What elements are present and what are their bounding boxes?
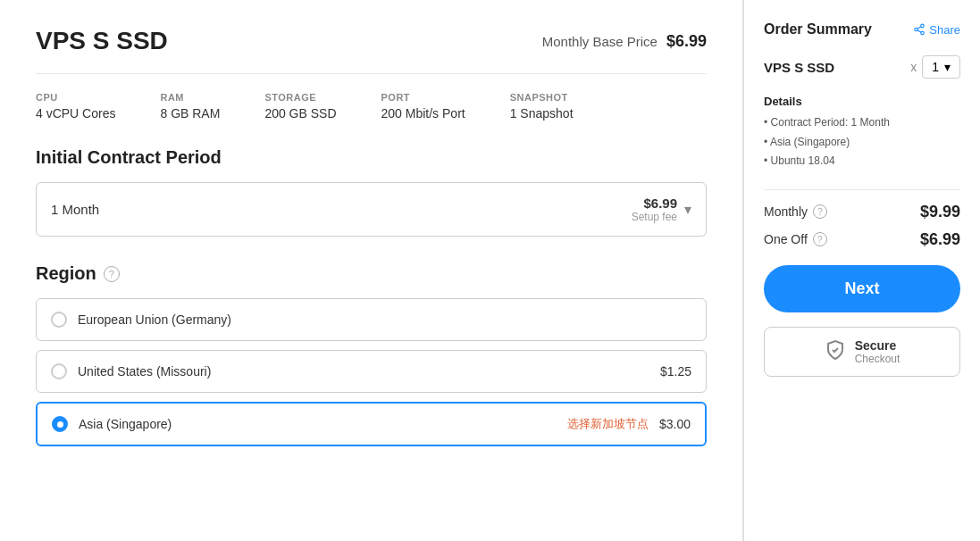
monthly-base-price: Monthly Base Price $6.99 — [542, 32, 707, 51]
radio-asia — [52, 416, 68, 432]
svg-line-3 — [917, 30, 921, 32]
quantity-chevron-icon: ▾ — [944, 60, 951, 74]
contract-select[interactable]: 1 Month $6.99 Setup fee ▾ — [36, 182, 707, 237]
region-name-asia: Asia (Singapore) — [79, 417, 549, 431]
product-name: VPS S SSD — [764, 60, 834, 75]
spec-port: PORT 200 Mbit/s Port — [381, 92, 465, 121]
spec-cpu-value: 4 vCPU Cores — [36, 106, 115, 121]
secure-subtitle: Checkout — [855, 353, 900, 365]
region-price-us: $1.25 — [660, 364, 691, 379]
oneoff-price: $6.99 — [920, 230, 960, 249]
details-section: Details Contract Period: 1 Month Asia (S… — [764, 95, 960, 171]
svg-point-2 — [921, 31, 925, 35]
svg-line-4 — [917, 27, 921, 29]
share-link[interactable]: Share — [913, 23, 960, 37]
region-option-eu[interactable]: European Union (Germany) — [36, 298, 707, 341]
contract-selected-label: 1 Month — [51, 202, 99, 217]
monthly-label: Monthly ? — [764, 204, 827, 219]
secure-checkout: Secure Checkout — [764, 327, 960, 377]
contract-setup-fee: Setup fee — [632, 211, 677, 223]
monthly-price-row: Monthly ? $9.99 — [764, 203, 960, 221]
radio-us — [51, 363, 67, 379]
secure-title: Secure — [855, 338, 900, 353]
region-link-asia[interactable]: 选择新加坡节点 — [567, 416, 649, 432]
radio-eu — [51, 312, 67, 328]
sidebar: Order Summary Share VPS S SSD x 1 ▾ Deta… — [743, 0, 980, 541]
detail-os: Ubuntu 18.04 — [764, 152, 960, 171]
region-section: Region ? European Union (Germany) United… — [36, 263, 707, 446]
monthly-price: $9.99 — [920, 203, 960, 221]
contract-select-right: $6.99 Setup fee ▾ — [632, 196, 691, 223]
contract-section: Initial Contract Period 1 Month $6.99 Se… — [36, 147, 707, 237]
shield-icon — [825, 339, 846, 364]
spec-snapshot-value: 1 Snapshot — [510, 106, 574, 121]
spec-ram-label: RAM — [160, 92, 220, 103]
detail-contract: Contract Period: 1 Month — [764, 113, 960, 133]
oneoff-label: One Off ? — [764, 232, 827, 246]
details-title: Details — [764, 95, 960, 108]
secure-text: Secure Checkout — [855, 338, 900, 365]
chevron-down-icon: ▾ — [684, 201, 691, 218]
region-option-asia[interactable]: Asia (Singapore) 选择新加坡节点 $3.00 — [36, 402, 707, 446]
order-summary-title: Order Summary — [764, 21, 872, 37]
contract-price: $6.99 — [632, 196, 677, 211]
oneoff-price-row: One Off ? $6.99 — [764, 230, 960, 249]
region-section-title: Region — [36, 263, 96, 284]
svg-point-1 — [915, 28, 918, 31]
spec-storage: STORAGE 200 GB SSD — [264, 92, 336, 121]
specs-row: CPU 4 vCPU Cores RAM 8 GB RAM STORAGE 20… — [36, 92, 707, 121]
spec-storage-label: STORAGE — [264, 92, 336, 103]
svg-point-0 — [921, 24, 925, 28]
detail-region: Asia (Singapore) — [764, 133, 960, 153]
share-icon — [913, 23, 926, 36]
quantity-selector: x 1 ▾ — [910, 55, 960, 79]
divider-1 — [764, 189, 960, 190]
region-name-eu: European Union (Germany) — [78, 312, 691, 327]
share-label: Share — [929, 23, 960, 37]
region-help-icon[interactable]: ? — [104, 266, 120, 282]
spec-storage-value: 200 GB SSD — [264, 106, 336, 121]
spec-snapshot: SNAPSHOT 1 Snapshot — [510, 92, 574, 121]
region-header: Region ? — [36, 263, 707, 284]
spec-cpu: CPU 4 vCPU Cores — [36, 92, 115, 121]
page-title: VPS S SSD — [36, 27, 168, 55]
order-summary-header: Order Summary Share — [764, 21, 960, 37]
contract-section-title: Initial Contract Period — [36, 147, 707, 168]
product-row: VPS S SSD x 1 ▾ — [764, 55, 960, 79]
quantity-x: x — [910, 60, 917, 74]
quantity-value: 1 — [932, 60, 939, 74]
monthly-base-price-value: $6.99 — [666, 32, 707, 51]
spec-snapshot-label: SNAPSHOT — [510, 92, 574, 103]
spec-port-label: PORT — [381, 92, 465, 103]
spec-ram-value: 8 GB RAM — [160, 106, 220, 121]
region-name-us: United States (Missouri) — [78, 364, 649, 379]
region-option-us[interactable]: United States (Missouri) $1.25 — [36, 350, 707, 393]
main-content: VPS S SSD Monthly Base Price $6.99 CPU 4… — [0, 0, 743, 541]
oneoff-help-icon[interactable]: ? — [813, 232, 827, 246]
region-price-asia: $3.00 — [659, 417, 691, 431]
monthly-help-icon[interactable]: ? — [813, 204, 827, 219]
quantity-box[interactable]: 1 ▾ — [922, 55, 960, 79]
next-button[interactable]: Next — [764, 265, 960, 312]
spec-cpu-label: CPU — [36, 92, 115, 103]
spec-ram: RAM 8 GB RAM — [160, 92, 220, 121]
monthly-base-price-label: Monthly Base Price — [542, 34, 658, 49]
spec-port-value: 200 Mbit/s Port — [381, 106, 465, 121]
page-header: VPS S SSD Monthly Base Price $6.99 — [36, 27, 707, 74]
